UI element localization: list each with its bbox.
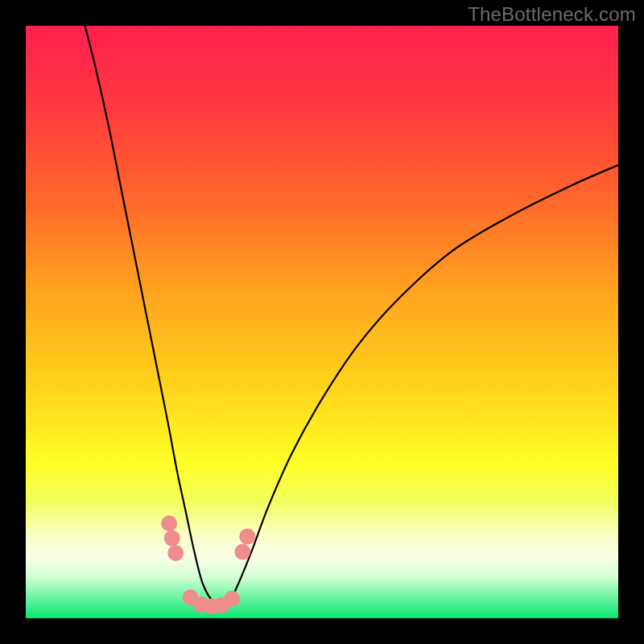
- watermark-text: TheBottleneck.com: [468, 3, 636, 26]
- marker-dot: [224, 591, 240, 607]
- chart-frame: TheBottleneck.com: [0, 0, 644, 644]
- marker-dot: [234, 544, 250, 560]
- plot-area: [26, 26, 618, 618]
- bottleneck-chart: [26, 26, 618, 618]
- gradient-background: [26, 26, 618, 618]
- marker-dot: [164, 530, 180, 547]
- marker-dot: [167, 545, 184, 561]
- marker-dot: [161, 515, 177, 531]
- marker-dot: [239, 528, 255, 544]
